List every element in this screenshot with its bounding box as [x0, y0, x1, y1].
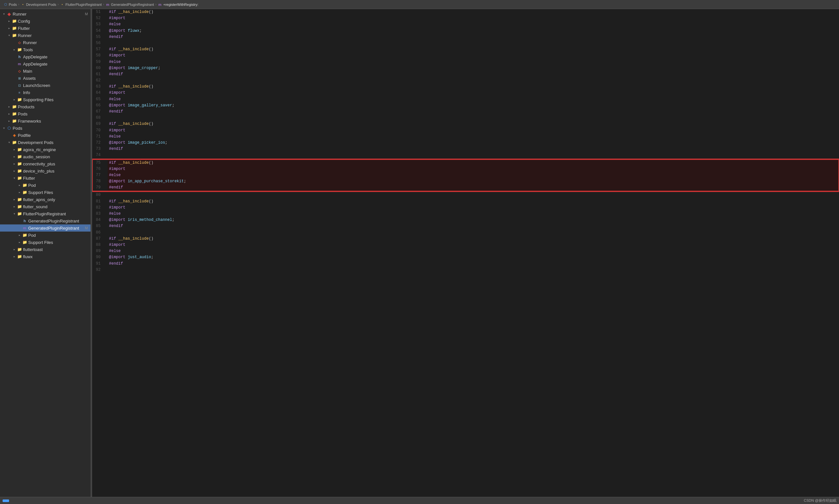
sidebar-item-frameworks[interactable]: 📁Frameworks — [0, 118, 90, 125]
tree-label-development-pods: Development Pods — [18, 140, 90, 145]
tree-arrow-supporting-files[interactable] — [12, 98, 17, 101]
line-content: #if __has_include() — [108, 159, 839, 166]
sidebar-item-flutter-apns[interactable]: 📁flutter_apns_only — [0, 196, 90, 203]
sidebar-item-fluttertoast[interactable]: 📁fluttertoast — [0, 246, 90, 253]
tree-arrow-flutter-apns[interactable] — [12, 198, 17, 201]
breadcrumb-sep-3: › — [103, 3, 104, 6]
file-navigator[interactable]: ◈RunnerM📁Config📁Flutter📁Runner◇Runner📁To… — [0, 9, 91, 497]
line-number: 59 — [92, 59, 106, 65]
breadcrumb-item-method[interactable]: m +registerWithRegistry: — [158, 2, 199, 7]
line-content: #if __has_include() — [108, 198, 839, 205]
sidebar-item-podfile[interactable]: ◈Podfile — [0, 132, 90, 139]
tree-arrow-flutter-sound[interactable] — [12, 205, 17, 208]
code-line-74: 74 — [92, 152, 839, 158]
line-content: #import — [108, 90, 839, 96]
line-content: #import — [108, 166, 839, 172]
tree-arrow-agora[interactable] — [12, 148, 17, 151]
sidebar-item-products[interactable]: 📁Products — [0, 103, 90, 110]
line-content: #endif — [108, 71, 839, 77]
sidebar-item-runner-sub[interactable]: 📁Runner — [0, 32, 90, 39]
line-number: 78 — [92, 178, 106, 184]
breadcrumb-item-gpr[interactable]: m GeneratedPluginRegistrant — [105, 2, 154, 7]
tree-arrow-audio-session[interactable] — [12, 155, 17, 158]
sidebar-item-audio-session[interactable]: 📁audio_session — [0, 153, 90, 160]
tree-arrow-config[interactable] — [6, 19, 12, 23]
sidebar-item-flutter-sound[interactable]: 📁flutter_sound — [0, 203, 90, 210]
breadcrumb-item-devpods[interactable]: ▪ Development Pods — [20, 2, 56, 7]
sidebar-item-config[interactable]: 📁Config — [0, 18, 90, 25]
sidebar-item-agora[interactable]: 📁agora_rtc_engine — [0, 146, 90, 153]
folder-icon: 📁 — [22, 240, 27, 245]
tree-arrow-device-info-plus[interactable] — [12, 169, 17, 173]
sidebar-item-support-files-flutter[interactable]: 📁Support Files — [0, 189, 90, 196]
sidebar-item-flutter[interactable]: 📁Flutter — [0, 25, 90, 32]
sidebar-item-tools[interactable]: 📁Tools — [0, 46, 90, 53]
tree-arrow-products[interactable] — [6, 105, 12, 108]
tree-arrow-tools[interactable] — [12, 48, 17, 51]
folder-icon-1: ▪ — [20, 2, 25, 7]
tree-arrow-support-files-flutter[interactable] — [17, 191, 22, 194]
tree-arrow-flutter-dev[interactable] — [12, 176, 17, 180]
tree-arrow-runner-sub[interactable] — [6, 34, 12, 37]
tree-arrow-flutter[interactable] — [6, 26, 12, 30]
line-content: @import image_picker_ios; — [108, 140, 839, 146]
runner-icon: ◈ — [6, 11, 12, 17]
sidebar-item-generated-m[interactable]: mGeneratedPluginRegistrantM — [0, 224, 90, 232]
sidebar-item-generated-h[interactable]: hGeneratedPluginRegistrant — [0, 217, 90, 224]
line-number: 62 — [92, 77, 106, 84]
sidebar-item-launchscreen[interactable]: ⊡LaunchScreen — [0, 82, 90, 89]
sidebar-item-fluwx[interactable]: 📁fluwx — [0, 253, 90, 260]
folder-icon: 📁 — [22, 190, 27, 195]
sidebar-item-pods-root[interactable]: ⬡Pods — [0, 125, 90, 132]
code-content[interactable]: 51#if __has_include()52#import 53#else54… — [92, 9, 839, 497]
line-number: 86 — [92, 230, 106, 236]
line-number: 52 — [92, 15, 106, 21]
breadcrumb-item-fpr[interactable]: ▪ FlutterPluginRegistrant — [60, 2, 102, 7]
tree-arrow-pods-root[interactable] — [1, 126, 6, 130]
main-layout: ◈RunnerM📁Config📁Flutter📁Runner◇Runner📁To… — [0, 9, 839, 497]
tree-arrow-pod[interactable] — [17, 184, 22, 187]
tree-arrow-runner-root[interactable] — [1, 12, 6, 16]
breadcrumb-item-pods[interactable]: ⬡ Pods — [3, 2, 17, 7]
tree-label-info: Info — [23, 90, 90, 95]
tree-arrow-fluwx[interactable] — [12, 255, 17, 258]
line-content: @import in_app_purchase_storekit; — [108, 178, 839, 184]
sidebar-item-connectivity-plus[interactable]: 📁connectivity_plus — [0, 160, 90, 167]
tree-label-runner-sub: Runner — [18, 33, 90, 38]
watermark: CSDN @操作经如眠 — [12, 498, 836, 503]
tree-badge-generated-m: M — [85, 226, 88, 230]
sidebar-item-app-delegate-h[interactable]: hAppDelegate — [0, 53, 90, 60]
tree-arrow-fluttertoast[interactable] — [12, 248, 17, 251]
sidebar-item-pod2[interactable]: 📁Pod — [0, 232, 90, 239]
sidebar-item-pod[interactable]: 📁Pod — [0, 182, 90, 189]
sidebar-item-support-files-fpr[interactable]: 📁Support Files — [0, 239, 90, 246]
tree-arrow-development-pods[interactable] — [6, 141, 12, 144]
tree-arrow-support-files-fpr[interactable] — [17, 241, 22, 244]
tree-label-flutter-plugin-registrant: FlutterPluginRegistrant — [23, 212, 90, 216]
sidebar-item-supporting-files[interactable]: 📁Supporting Files — [0, 96, 90, 103]
code-line-79: 79#endif — [92, 184, 839, 192]
tree-arrow-connectivity-plus[interactable] — [12, 162, 17, 165]
tree-arrow-flutter-plugin-registrant[interactable] — [12, 212, 17, 215]
sidebar-item-assets[interactable]: ⊞Assets — [0, 75, 90, 82]
line-number: 85 — [92, 223, 106, 229]
line-content: #endif — [108, 223, 839, 229]
code-line-90: 90@import just_audio; — [92, 254, 839, 260]
sidebar-item-flutter-dev[interactable]: 📁Flutter — [0, 175, 90, 182]
sidebar-item-pods[interactable]: 📁Pods — [0, 110, 90, 118]
tree-arrow-frameworks[interactable] — [6, 119, 12, 123]
code-editor[interactable]: 51#if __has_include()52#import 53#else54… — [92, 9, 839, 497]
sidebar-item-main[interactable]: ◇Main — [0, 68, 90, 75]
sidebar-item-runner-root[interactable]: ◈RunnerM — [0, 11, 90, 18]
tree-arrow-pod2[interactable] — [17, 234, 22, 237]
folder-icon: 📁 — [17, 254, 22, 259]
sidebar-item-device-info-plus[interactable]: 📁device_info_plus — [0, 167, 90, 175]
line-number: 65 — [92, 96, 106, 103]
sidebar-item-app-delegate-m[interactable]: mAppDelegate — [0, 60, 90, 68]
sidebar-item-runner-file[interactable]: ◇Runner — [0, 39, 90, 46]
sidebar-item-development-pods[interactable]: 📁Development Pods — [0, 139, 90, 146]
line-content: #import — [108, 205, 839, 211]
sidebar-item-info[interactable]: ≡Info — [0, 89, 90, 96]
sidebar-item-flutter-plugin-registrant[interactable]: 📁FlutterPluginRegistrant — [0, 210, 90, 217]
tree-arrow-pods[interactable] — [6, 112, 12, 115]
